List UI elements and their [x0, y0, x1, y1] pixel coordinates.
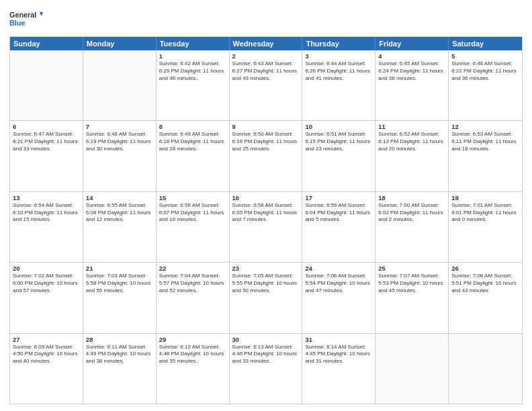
- cell-info: Sunrise: 6:48 AM Sunset: 6:19 PM Dayligh…: [86, 131, 153, 152]
- cell-info: Sunrise: 6:45 AM Sunset: 6:24 PM Dayligh…: [378, 60, 445, 82]
- day-number: 9: [232, 123, 300, 130]
- cal-cell-21: 21Sunrise: 7:03 AM Sunset: 5:58 PM Dayli…: [83, 263, 157, 332]
- cell-info: Sunrise: 6:11 AM Sunset: 4:49 PM Dayligh…: [86, 344, 153, 365]
- day-number: 4: [378, 52, 445, 60]
- cal-cell-empty-4-6: [449, 334, 522, 404]
- cal-cell-20: 20Sunrise: 7:02 AM Sunset: 6:00 PM Dayli…: [10, 263, 83, 332]
- day-number: 13: [13, 194, 80, 201]
- calendar-body: 1Sunrise: 6:42 AM Sunset: 6:29 PM Daylig…: [10, 50, 522, 404]
- cal-cell-9: 9Sunrise: 6:50 AM Sunset: 6:16 PM Daylig…: [230, 121, 303, 191]
- weekday-header-saturday: Saturday: [449, 37, 522, 50]
- cal-cell-31: 31Sunrise: 6:14 AM Sunset: 4:45 PM Dayli…: [302, 334, 375, 404]
- logo-svg: General Blue: [9, 7, 43, 31]
- cal-cell-empty-0-0: [10, 50, 83, 120]
- cell-info: Sunrise: 6:42 AM Sunset: 6:29 PM Dayligh…: [159, 60, 226, 82]
- cal-cell-1: 1Sunrise: 6:42 AM Sunset: 6:29 PM Daylig…: [157, 50, 230, 120]
- cal-cell-19: 19Sunrise: 7:01 AM Sunset: 6:01 PM Dayli…: [449, 192, 522, 262]
- cell-info: Sunrise: 6:52 AM Sunset: 6:13 PM Dayligh…: [378, 131, 445, 152]
- day-number: 10: [305, 123, 372, 130]
- svg-text:General: General: [9, 11, 36, 19]
- calendar-header: SundayMondayTuesdayWednesdayThursdayFrid…: [10, 37, 522, 50]
- weekday-header-sunday: Sunday: [10, 37, 83, 50]
- weekday-header-thursday: Thursday: [302, 37, 375, 50]
- day-number: 29: [159, 336, 226, 343]
- day-number: 16: [232, 194, 300, 201]
- cell-info: Sunrise: 7:05 AM Sunset: 5:55 PM Dayligh…: [232, 273, 300, 294]
- day-number: 20: [13, 265, 80, 272]
- cal-cell-empty-0-1: [83, 50, 157, 120]
- cal-cell-24: 24Sunrise: 7:06 AM Sunset: 5:54 PM Dayli…: [302, 263, 375, 332]
- cal-cell-5: 5Sunrise: 6:46 AM Sunset: 6:22 PM Daylig…: [449, 50, 522, 120]
- cal-cell-14: 14Sunrise: 6:55 AM Sunset: 6:08 PM Dayli…: [83, 192, 157, 262]
- calendar-row-3: 20Sunrise: 7:02 AM Sunset: 6:00 PM Dayli…: [10, 263, 522, 333]
- cal-cell-empty-4-5: [375, 334, 449, 404]
- day-number: 7: [86, 123, 153, 130]
- header: General Blue: [9, 7, 523, 31]
- cell-info: Sunrise: 6:12 AM Sunset: 4:48 PM Dayligh…: [159, 344, 226, 365]
- cell-info: Sunrise: 6:56 AM Sunset: 6:07 PM Dayligh…: [159, 202, 226, 224]
- cal-cell-13: 13Sunrise: 6:54 AM Sunset: 6:10 PM Dayli…: [10, 192, 83, 262]
- day-number: 8: [159, 123, 226, 130]
- calendar-row-1: 6Sunrise: 6:47 AM Sunset: 6:21 PM Daylig…: [10, 121, 522, 191]
- cell-info: Sunrise: 6:46 AM Sunset: 6:22 PM Dayligh…: [451, 60, 519, 82]
- cell-info: Sunrise: 6:54 AM Sunset: 6:10 PM Dayligh…: [13, 202, 80, 224]
- cell-info: Sunrise: 6:55 AM Sunset: 6:08 PM Dayligh…: [86, 202, 153, 224]
- cell-info: Sunrise: 7:08 AM Sunset: 5:51 PM Dayligh…: [451, 273, 519, 294]
- day-number: 27: [13, 336, 80, 343]
- cell-info: Sunrise: 7:02 AM Sunset: 6:00 PM Dayligh…: [13, 273, 80, 294]
- svg-text:Blue: Blue: [9, 19, 25, 27]
- day-number: 19: [451, 194, 519, 201]
- day-number: 25: [378, 265, 445, 272]
- cal-cell-4: 4Sunrise: 6:45 AM Sunset: 6:24 PM Daylig…: [375, 50, 449, 120]
- logo: General Blue: [9, 7, 43, 31]
- day-number: 28: [86, 336, 153, 343]
- cal-cell-7: 7Sunrise: 6:48 AM Sunset: 6:19 PM Daylig…: [83, 121, 157, 191]
- cell-info: Sunrise: 7:00 AM Sunset: 6:02 PM Dayligh…: [378, 202, 445, 224]
- cell-info: Sunrise: 7:03 AM Sunset: 5:58 PM Dayligh…: [86, 273, 153, 294]
- cal-cell-28: 28Sunrise: 6:11 AM Sunset: 4:49 PM Dayli…: [83, 334, 157, 404]
- day-number: 11: [378, 123, 445, 130]
- svg-marker-2: [40, 12, 43, 16]
- day-number: 1: [159, 52, 226, 60]
- cell-info: Sunrise: 6:13 AM Sunset: 4:46 PM Dayligh…: [232, 344, 300, 365]
- cal-cell-17: 17Sunrise: 6:59 AM Sunset: 6:04 PM Dayli…: [302, 192, 375, 262]
- day-number: 12: [451, 123, 519, 130]
- weekday-header-monday: Monday: [83, 37, 157, 50]
- cell-info: Sunrise: 6:51 AM Sunset: 6:15 PM Dayligh…: [305, 131, 372, 152]
- cell-info: Sunrise: 6:49 AM Sunset: 6:18 PM Dayligh…: [159, 131, 226, 152]
- day-number: 17: [305, 194, 372, 201]
- cal-cell-2: 2Sunrise: 6:43 AM Sunset: 6:27 PM Daylig…: [230, 50, 303, 120]
- cal-cell-16: 16Sunrise: 6:58 AM Sunset: 6:05 PM Dayli…: [230, 192, 303, 262]
- cell-info: Sunrise: 6:09 AM Sunset: 4:50 PM Dayligh…: [13, 344, 80, 365]
- weekday-header-tuesday: Tuesday: [157, 37, 230, 50]
- cal-cell-26: 26Sunrise: 7:08 AM Sunset: 5:51 PM Dayli…: [449, 263, 522, 332]
- day-number: 15: [159, 194, 226, 201]
- cell-info: Sunrise: 6:14 AM Sunset: 4:45 PM Dayligh…: [305, 344, 372, 365]
- cell-info: Sunrise: 7:06 AM Sunset: 5:54 PM Dayligh…: [305, 273, 372, 294]
- cal-cell-15: 15Sunrise: 6:56 AM Sunset: 6:07 PM Dayli…: [157, 192, 230, 262]
- calendar: SundayMondayTuesdayWednesdayThursdayFrid…: [9, 36, 523, 404]
- cal-cell-8: 8Sunrise: 6:49 AM Sunset: 6:18 PM Daylig…: [157, 121, 230, 191]
- cell-info: Sunrise: 7:04 AM Sunset: 5:57 PM Dayligh…: [159, 273, 226, 294]
- day-number: 3: [305, 52, 372, 60]
- cell-info: Sunrise: 6:47 AM Sunset: 6:21 PM Dayligh…: [13, 131, 80, 152]
- page: General Blue SundayMondayTuesdayWednesda…: [0, 0, 532, 411]
- cell-info: Sunrise: 6:53 AM Sunset: 6:11 PM Dayligh…: [451, 131, 519, 152]
- cell-info: Sunrise: 6:58 AM Sunset: 6:05 PM Dayligh…: [232, 202, 300, 224]
- cal-cell-29: 29Sunrise: 6:12 AM Sunset: 4:48 PM Dayli…: [157, 334, 230, 404]
- cal-cell-23: 23Sunrise: 7:05 AM Sunset: 5:55 PM Dayli…: [230, 263, 303, 332]
- cal-cell-3: 3Sunrise: 6:44 AM Sunset: 6:26 PM Daylig…: [302, 50, 375, 120]
- cell-info: Sunrise: 7:01 AM Sunset: 6:01 PM Dayligh…: [451, 202, 519, 224]
- cell-info: Sunrise: 6:44 AM Sunset: 6:26 PM Dayligh…: [305, 60, 372, 82]
- cell-info: Sunrise: 6:43 AM Sunset: 6:27 PM Dayligh…: [232, 60, 300, 82]
- day-number: 2: [232, 52, 300, 60]
- cell-info: Sunrise: 6:59 AM Sunset: 6:04 PM Dayligh…: [305, 202, 372, 224]
- weekday-header-wednesday: Wednesday: [230, 37, 303, 50]
- day-number: 6: [13, 123, 80, 130]
- day-number: 18: [378, 194, 445, 201]
- calendar-row-4: 27Sunrise: 6:09 AM Sunset: 4:50 PM Dayli…: [10, 334, 522, 404]
- cal-cell-6: 6Sunrise: 6:47 AM Sunset: 6:21 PM Daylig…: [10, 121, 83, 191]
- day-number: 21: [86, 265, 153, 272]
- day-number: 14: [86, 194, 153, 201]
- day-number: 22: [159, 265, 226, 272]
